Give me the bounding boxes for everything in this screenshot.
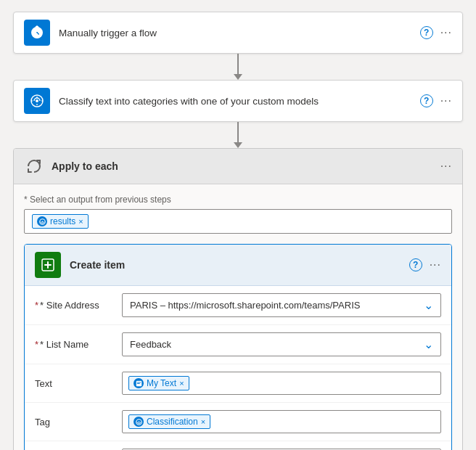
site-address-text: PARIS – https://microsoft.sharepoint.com… [130,300,360,311]
site-address-dropdown[interactable]: PARIS – https://microsoft.sharepoint.com… [122,293,441,317]
arrow-2 [234,122,242,148]
trigger-actions: ? ··· [420,26,452,39]
apply-each-header: Apply to each ··· [14,149,462,184]
classify-more-icon[interactable]: ··· [440,94,452,107]
classify-title: Classify text into categories with one o… [59,96,420,107]
classify-help-icon[interactable]: ? [420,94,433,107]
text-label: Text [35,378,122,389]
my-text-token-text: My Text [147,378,176,388]
trigger-step: Manually trigger a flow ? ··· [13,12,463,54]
results-token-close[interactable]: × [78,218,83,226]
trigger-more-icon[interactable]: ··· [440,26,452,39]
arrow-1 [234,54,242,80]
site-address-chevron-icon: ⌄ [424,298,433,312]
classify-actions: ? ··· [420,94,452,107]
svg-rect-0 [36,26,38,32]
classification-token: Classification × [128,414,210,429]
create-item-icon [35,252,61,278]
select-output-input[interactable]: results × [24,209,452,234]
my-text-token-icon [134,378,144,388]
tag-row: Tag [25,403,451,441]
svg-point-8 [138,421,139,422]
text-field[interactable]: My Text × [122,372,441,395]
classification-token-icon [134,417,144,427]
create-item-card: Create item ? ··· ** Site Address [24,244,452,450]
select-output-label: * Select an output from previous steps [24,195,452,205]
create-item-header: Create item ? ··· [25,245,451,286]
classify-icon [24,88,50,114]
classification-token-text: Classification [147,417,198,427]
apply-each-more-icon[interactable]: ··· [440,160,452,173]
trigger-title: Manually trigger a flow [59,28,420,38]
arrow-head-2 [234,142,242,148]
flow-canvas: Manually trigger a flow ? ··· Classify t… [12,12,464,450]
svg-point-2 [36,99,38,102]
classification-token-close[interactable]: × [201,417,205,426]
text-row: Text My Tex [25,364,451,403]
trigger-help-icon[interactable]: ? [420,26,433,39]
site-address-row: ** Site Address PARIS – https://microsof… [25,286,451,325]
list-name-label: ** List Name [35,339,122,350]
my-text-token-close[interactable]: × [179,379,184,388]
create-item-body: ** Site Address PARIS – https://microsof… [25,286,451,450]
tag-label: Tag [35,417,122,428]
tag-field[interactable]: Classification × [122,410,441,433]
confidence-score-row: Confidence Score [25,441,451,450]
site-address-value[interactable]: PARIS – https://microsoft.sharepoint.com… [122,293,441,317]
select-output-label-text: * Select an output from previous steps [24,195,171,205]
arrow-line-1 [237,54,239,74]
results-token-text: results [50,216,75,226]
trigger-icon [24,20,50,46]
list-name-dropdown[interactable]: Feedback ⌄ [122,332,441,356]
text-value[interactable]: My Text × [122,372,441,395]
list-name-value[interactable]: Feedback ⌄ [122,332,441,356]
my-text-token: My Text × [128,376,189,390]
results-token: results × [32,214,89,229]
arrow-line-2 [237,122,239,142]
loop-icon [24,156,44,176]
results-token-icon [37,216,47,226]
classify-step: Classify text into categories with one o… [13,80,463,122]
create-item-more-icon[interactable]: ··· [430,258,441,271]
apply-each-container: Apply to each ··· * Select an output fro… [13,148,463,450]
list-name-chevron-icon: ⌄ [424,338,433,351]
site-address-label: ** Site Address [35,300,122,311]
arrow-head-1 [234,74,242,80]
svg-point-4 [41,221,43,222]
apply-each-title: Apply to each [52,160,440,172]
create-item-help-icon[interactable]: ? [409,258,422,271]
list-name-row: ** List Name Feedback ⌄ [25,325,451,364]
list-name-text: Feedback [130,339,171,350]
apply-each-body: * Select an output from previous steps r… [14,184,462,450]
tag-value[interactable]: Classification × [122,410,441,433]
create-item-title: Create item [70,259,409,271]
